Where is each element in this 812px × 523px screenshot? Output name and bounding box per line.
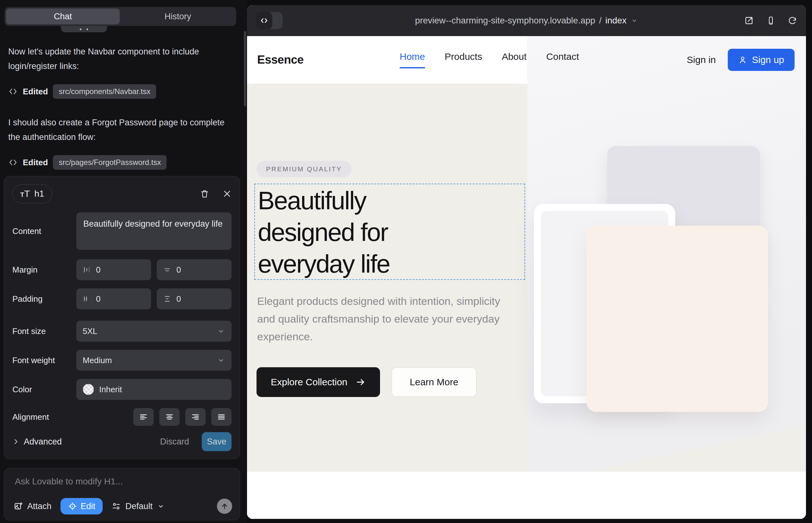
chevron-down-icon bbox=[217, 327, 225, 335]
transparent-swatch-icon bbox=[83, 384, 94, 395]
assistant-message: I should also create a Forgot Password p… bbox=[8, 115, 236, 144]
hero-headline[interactable]: Beautifully designed for everyday life bbox=[255, 184, 525, 280]
close-icon[interactable] bbox=[223, 189, 231, 198]
url-path-selector[interactable]: preview--charming-site-symphony.lovable.… bbox=[415, 16, 638, 26]
color-value: Inherit bbox=[99, 385, 122, 395]
sliders-icon bbox=[111, 502, 121, 511]
url-page: index bbox=[605, 16, 626, 26]
alignment-row: Alignment bbox=[12, 408, 231, 426]
nav-link-products[interactable]: Products bbox=[445, 51, 482, 68]
arrow-right-icon bbox=[356, 377, 366, 387]
padding-y-input[interactable]: 0 bbox=[157, 288, 231, 309]
margin-y-input[interactable]: 0 bbox=[157, 259, 231, 280]
scrolled-pill-partial bbox=[61, 26, 107, 32]
sidebar: Chat History Now let's update the Navbar… bbox=[0, 0, 247, 523]
discard-button[interactable]: Discard bbox=[160, 437, 189, 447]
font-size-select[interactable]: 5XL bbox=[76, 321, 231, 342]
font-weight-label: Font weight bbox=[12, 356, 76, 365]
nav-link-about[interactable]: About bbox=[502, 51, 526, 68]
editor-header: TT h1 bbox=[12, 184, 231, 203]
padding-x-input[interactable]: 0 bbox=[76, 288, 151, 309]
open-external-icon[interactable] bbox=[744, 16, 754, 26]
align-right-icon bbox=[191, 413, 200, 421]
font-weight-select[interactable]: Medium bbox=[76, 350, 231, 371]
text-type-icon: TT bbox=[20, 188, 30, 199]
preview-browser-window: preview--charming-site-symphony.lovable.… bbox=[247, 5, 806, 519]
chat-history-tabbar: Chat History bbox=[4, 7, 236, 26]
align-right-button[interactable] bbox=[185, 408, 206, 426]
content-label: Content bbox=[12, 227, 76, 236]
font-weight-value: Medium bbox=[83, 356, 112, 365]
site-brand[interactable]: Essence bbox=[257, 53, 304, 67]
assistant-message: Now let's update the Navbar component to… bbox=[8, 44, 236, 73]
content-row: Content Beautifully designed for everyda… bbox=[12, 213, 231, 250]
attach-button[interactable]: Attach bbox=[14, 502, 52, 511]
code-icon bbox=[8, 158, 18, 167]
padding-label: Padding bbox=[12, 294, 76, 304]
tab-chat[interactable]: Chat bbox=[6, 8, 120, 24]
learn-more-button[interactable]: Learn More bbox=[391, 367, 477, 397]
margin-x-value: 0 bbox=[96, 265, 100, 275]
premium-quality-badge: PREMIUM QUALITY bbox=[257, 161, 352, 177]
file-chip[interactable]: src/pages/ForgotPassword.tsx bbox=[53, 155, 166, 170]
chevron-down-icon bbox=[631, 17, 638, 24]
element-tag-label: h1 bbox=[35, 189, 44, 199]
margin-row: Margin 0 0 bbox=[12, 259, 231, 280]
color-picker-field[interactable]: Inherit bbox=[76, 379, 231, 400]
url-host: preview--charming-site-symphony.lovable.… bbox=[415, 16, 595, 26]
editor-footer: Advanced Discard Save bbox=[12, 432, 231, 451]
chat-composer: Attach Edit Default bbox=[4, 468, 240, 521]
user-icon bbox=[738, 55, 747, 64]
file-chip[interactable]: src/components/Navbar.tsx bbox=[53, 84, 156, 99]
refresh-icon[interactable] bbox=[788, 16, 797, 25]
code-preview-toggle[interactable] bbox=[256, 12, 282, 29]
edited-label: Edited bbox=[23, 87, 48, 96]
font-weight-row: Font weight Medium bbox=[12, 350, 231, 371]
site-navbar: Essence Home Products About Contact Sign… bbox=[247, 36, 806, 84]
arrow-up-icon bbox=[220, 502, 229, 510]
default-mode-button[interactable]: Default bbox=[111, 502, 165, 511]
chevron-down-icon bbox=[157, 502, 165, 510]
code-icon bbox=[256, 12, 272, 29]
align-center-icon bbox=[165, 413, 174, 421]
sign-up-button[interactable]: Sign up bbox=[728, 49, 795, 71]
align-justify-button[interactable] bbox=[211, 408, 231, 426]
edited-label: Edited bbox=[23, 158, 48, 167]
edited-file-row: Edited src/components/Navbar.tsx bbox=[8, 84, 236, 99]
font-size-value: 5XL bbox=[83, 326, 97, 336]
hero-description: Elegant products designed with intention… bbox=[257, 292, 517, 345]
composer-input[interactable] bbox=[15, 476, 224, 492]
content-input[interactable]: Beautifully designed for everyday life bbox=[76, 213, 231, 250]
margin-x-input[interactable]: 0 bbox=[76, 259, 151, 280]
code-icon bbox=[8, 87, 18, 96]
advanced-toggle[interactable]: Advanced bbox=[12, 437, 62, 447]
font-size-label: Font size bbox=[12, 326, 76, 336]
sign-in-link[interactable]: Sign in bbox=[687, 54, 716, 65]
tab-history[interactable]: History bbox=[121, 8, 235, 24]
site-nav-links: Home Products About Contact bbox=[400, 51, 579, 68]
edit-mode-button[interactable]: Edit bbox=[60, 498, 103, 515]
send-button[interactable] bbox=[217, 499, 232, 514]
edited-file-row: Edited src/pages/ForgotPassword.tsx bbox=[8, 155, 236, 170]
trash-icon[interactable] bbox=[200, 189, 209, 198]
hero-cta-row: Explore Collection Learn More bbox=[257, 367, 477, 397]
selected-element-pill[interactable]: TT h1 bbox=[12, 184, 52, 203]
align-left-icon bbox=[139, 413, 148, 421]
chevron-right-icon bbox=[12, 438, 19, 445]
padding-x-icon bbox=[83, 295, 91, 303]
align-left-button[interactable] bbox=[133, 408, 154, 426]
site-auth-actions: Sign in Sign up bbox=[687, 49, 795, 71]
padding-y-icon bbox=[163, 295, 171, 303]
sidebar-scrollbar[interactable] bbox=[244, 31, 246, 106]
save-button[interactable]: Save bbox=[202, 432, 231, 451]
selected-element-outline: Beautifully designed for everyday life bbox=[254, 184, 525, 280]
mobile-icon[interactable] bbox=[766, 16, 776, 25]
chat-messages: Now let's update the Navbar component to… bbox=[8, 44, 236, 186]
site-hero: PREMIUM QUALITY Beautifully designed for… bbox=[247, 84, 806, 472]
alignment-label: Alignment bbox=[12, 412, 76, 422]
nav-link-contact[interactable]: Contact bbox=[546, 51, 579, 68]
explore-collection-button[interactable]: Explore Collection bbox=[257, 367, 380, 397]
color-label: Color bbox=[12, 385, 76, 395]
nav-link-home[interactable]: Home bbox=[400, 51, 425, 68]
align-center-button[interactable] bbox=[159, 408, 180, 426]
